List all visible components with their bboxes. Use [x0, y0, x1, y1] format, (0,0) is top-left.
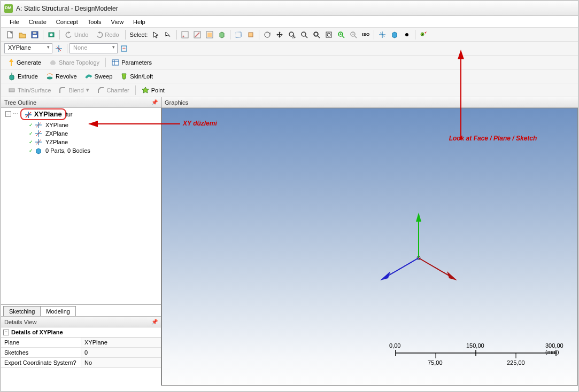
svg-rect-7 — [182, 32, 188, 38]
select-cursor-icon[interactable] — [150, 29, 162, 41]
display-icon[interactable] — [389, 29, 400, 41]
details-view-header: Details View 📌 — [1, 317, 161, 327]
tree-item-xyplane[interactable]: ✓ XYPlane — [27, 121, 161, 129]
svg-line-66 — [419, 258, 451, 277]
svg-point-47 — [47, 77, 52, 79]
plane-tool-icon[interactable] — [376, 29, 388, 41]
details-section-header[interactable]: − Details of XYPlane — [1, 327, 161, 338]
sweep-button[interactable]: Sweep — [81, 70, 117, 82]
svg-line-67 — [387, 258, 419, 277]
tree-item-yzplane[interactable]: ✓ YZPlane — [27, 138, 161, 146]
skinloft-button[interactable]: Skin/Loft — [117, 70, 157, 82]
svg-line-22 — [318, 36, 320, 38]
svg-text:+: + — [168, 34, 171, 38]
toolbar-plane: XYPlane None — [1, 42, 578, 56]
window-title: A: Static Structural - DesignModeler — [16, 5, 118, 12]
menu-view[interactable]: View — [106, 18, 128, 26]
svg-rect-3 — [33, 32, 36, 34]
details-row-sketches: Sketches 0 — [1, 348, 161, 358]
open-icon[interactable] — [17, 29, 28, 41]
select-edge-icon[interactable] — [191, 29, 203, 41]
separator — [415, 30, 415, 40]
select-body-icon[interactable] — [216, 29, 228, 41]
pin-icon[interactable]: 📌 — [151, 319, 158, 325]
svg-point-36 — [405, 33, 408, 36]
zoom-box-icon[interactable] — [286, 29, 298, 41]
pan-icon[interactable] — [274, 29, 285, 41]
svg-rect-23 — [314, 33, 318, 36]
new-plane-icon[interactable] — [53, 43, 65, 54]
separator — [259, 30, 259, 40]
svg-point-16 — [289, 32, 294, 36]
separator — [67, 44, 67, 53]
look-at-icon[interactable] — [418, 29, 429, 41]
details-view: Details View 📌 − Details of XYPlane Plan… — [1, 316, 161, 386]
iso-view-icon[interactable]: ISO — [360, 29, 372, 41]
collapse-icon[interactable]: − — [3, 330, 9, 335]
blend-button[interactable]: Blend ▾ — [55, 84, 92, 96]
point-display-icon[interactable] — [401, 29, 413, 41]
tree-selected-xyplane: XYPlane — [20, 108, 66, 120]
export-icon[interactable] — [45, 29, 57, 41]
annotation-lookat-text: Look at Face / Plane / Sketch — [442, 135, 544, 142]
svg-point-8 — [183, 35, 184, 37]
rotate-icon[interactable] — [261, 29, 273, 41]
revolve-button[interactable]: Revolve — [42, 70, 81, 82]
tree-root-node[interactable]: − ⋯ XYPlane tur — [3, 108, 161, 121]
menu-help[interactable]: Help — [129, 18, 150, 26]
details-row-plane: Plane XYPlane — [1, 338, 161, 348]
select-point-icon[interactable] — [179, 29, 191, 41]
svg-rect-2 — [33, 35, 37, 37]
svg-rect-48 — [9, 89, 14, 92]
tree-item-parts[interactable]: ✓ 0 Parts, 0 Bodies — [27, 146, 161, 155]
zoom-fit-icon[interactable] — [311, 29, 322, 41]
redo-button[interactable]: Redo — [92, 29, 122, 40]
title-bar: A: Static Structural - DesignModeler — [1, 1, 578, 16]
select-face-icon[interactable] — [204, 29, 215, 41]
svg-point-15 — [265, 32, 270, 37]
tab-modeling[interactable]: Modeling — [40, 306, 76, 316]
share-topology-button[interactable]: Share Topology — [45, 57, 103, 68]
graphics-header: Graphics — [161, 97, 578, 108]
pin-icon[interactable]: 📌 — [151, 99, 158, 105]
tab-sketching[interactable]: Sketching — [3, 306, 41, 316]
tree-outline-header: Tree Outline 📌 — [1, 97, 161, 108]
zoom-icon[interactable] — [298, 29, 310, 41]
point-button[interactable]: Point — [138, 84, 168, 96]
collapse-icon[interactable]: − — [5, 111, 11, 117]
svg-rect-42 — [121, 46, 127, 51]
svg-point-19 — [302, 32, 306, 36]
plane-dropdown[interactable]: XYPlane — [4, 43, 52, 53]
menu-tools[interactable]: Tools — [83, 18, 106, 26]
sketch-dropdown[interactable]: None — [70, 43, 118, 53]
svg-line-20 — [305, 36, 307, 38]
menu-concept[interactable]: Concept — [52, 18, 82, 26]
menu-create[interactable]: Create — [25, 18, 51, 26]
undo-button[interactable]: Undo — [62, 29, 92, 40]
menu-file[interactable]: File — [5, 18, 24, 26]
extend-selection-icon[interactable] — [245, 29, 257, 41]
zoom-in-icon[interactable] — [335, 29, 347, 41]
toolbar-main: Undo Redo Select: + ISO — [1, 28, 578, 42]
save-icon[interactable] — [29, 29, 41, 41]
new-icon[interactable] — [4, 29, 16, 41]
origin-triad — [365, 205, 472, 311]
tree-item-zxplane[interactable]: ✓ ZXPlane — [27, 129, 161, 138]
separator — [135, 85, 136, 95]
thin-surface-button[interactable]: Thin/Surface — [4, 84, 55, 96]
select-box-icon[interactable] — [233, 29, 244, 41]
toolbar-modify: Thin/Surface Blend ▾ Chamfer Point — [1, 83, 578, 97]
select-new-icon[interactable]: + — [163, 29, 174, 41]
new-sketch-icon[interactable] — [118, 43, 130, 54]
details-row-export: Export Coordinate System? No — [1, 358, 161, 368]
parameters-button[interactable]: Parameters — [108, 57, 156, 68]
tree-outline[interactable]: − ⋯ XYPlane tur ✓ XYPlane ✓ ZXPlan — [1, 108, 161, 304]
extrude-button[interactable]: Extrude — [4, 70, 42, 82]
chamfer-button[interactable]: Chamfer — [94, 84, 133, 96]
zoom-out-icon[interactable] — [348, 29, 359, 41]
generate-button[interactable]: Generate — [4, 57, 45, 68]
zoom-win-icon[interactable] — [323, 29, 335, 41]
separator — [43, 30, 43, 40]
viewport-3d[interactable]: 0,00 150,00 300,00 (mm) 75,00 225,00 — [161, 108, 578, 386]
svg-line-27 — [342, 36, 344, 38]
